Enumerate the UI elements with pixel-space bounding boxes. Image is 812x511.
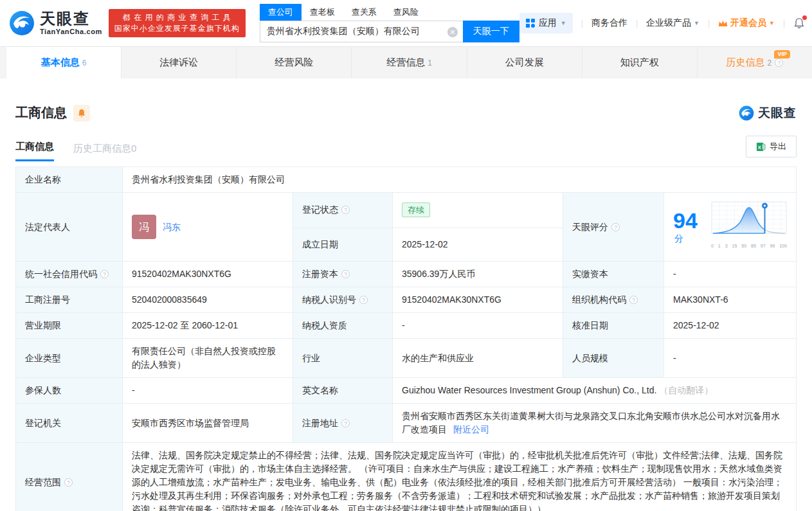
- business-info-table: 企业名称 贵州省水利投资集团（安顺）有限公司 法定代表人 冯 冯东 登记状态? …: [15, 166, 797, 511]
- menu-apps[interactable]: 应用 ▼: [519, 13, 573, 33]
- help-icon[interactable]: ?: [611, 223, 620, 231]
- field-label-text: 登记状态: [302, 204, 338, 215]
- field-label: 法定代表人: [16, 193, 123, 262]
- field-label-text: 组织机构代码: [572, 294, 626, 305]
- tab-count: 1: [428, 58, 432, 67]
- tab-history-info[interactable]: VIP 历史信息 2 ?: [698, 47, 812, 78]
- search-tab-boss[interactable]: 查老板: [302, 4, 343, 21]
- crown-icon: [718, 19, 728, 28]
- score-distribution-chart: 0131550859799100: [711, 201, 787, 253]
- taxpayer-id-value: 91520402MAK30NXT6G: [393, 287, 563, 313]
- industry-value: 水的生产和供应业: [393, 339, 563, 378]
- help-icon[interactable]: ?: [359, 296, 368, 304]
- help-icon[interactable]: ?: [341, 419, 350, 427]
- reg-capital-value: 35906.39万人民币: [393, 262, 563, 287]
- staff-size-value: -: [664, 339, 797, 378]
- field-label-text: 天眼评分: [572, 222, 608, 232]
- field-label-text: 纳税人识别号: [302, 294, 356, 305]
- score-axis-tick: 85: [751, 239, 756, 253]
- menu-enterprise-products[interactable]: 企业级产品 ▼: [646, 17, 699, 29]
- field-label: 天眼评分?: [563, 193, 664, 262]
- establish-date-value: 2025-12-02: [393, 228, 563, 261]
- reg-authority-value: 安顺市西秀区市场监督管理局: [123, 404, 293, 443]
- slogan-line1: 都 在 用 的 商 业 查 询 工 具: [114, 12, 240, 23]
- tab-company-development-label: 公司发展: [505, 57, 544, 69]
- menu-divider: |: [708, 19, 710, 28]
- legal-rep-cell: 冯 冯东: [123, 193, 293, 262]
- field-label: 纳税人资质: [293, 313, 393, 339]
- nearby-companies-link[interactable]: 附近公司: [453, 424, 489, 435]
- content-watermark: 天眼查: [739, 105, 797, 121]
- company-name-value: 贵州省水利投资集团（安顺）有限公司: [123, 167, 797, 193]
- tab-count: 2: [768, 58, 772, 67]
- tab-intellectual-property[interactable]: 知识产权: [582, 47, 698, 78]
- field-label: 英文名称: [293, 378, 393, 404]
- bell-icon: [77, 109, 86, 118]
- field-label: 登记状态?: [293, 193, 393, 228]
- tab-basic-info[interactable]: 基本信息 6: [6, 47, 122, 78]
- header-search: 查公司 查老板 查关系 查风险 ✕ 天眼一下: [260, 4, 519, 42]
- tianyancha-logo-icon: [9, 10, 35, 36]
- logo-text-en: TianYanCha.com: [40, 28, 102, 35]
- status-badge: 存续: [402, 202, 430, 217]
- search-tab-relation[interactable]: 查关系: [343, 4, 385, 21]
- subtab-history-business-info[interactable]: 历史工商信息0: [73, 143, 136, 161]
- field-label: 登记机关: [16, 404, 123, 443]
- english-name-cell: Guizhou Water Resources Investment Group…: [393, 378, 797, 404]
- tianyancha-logo-icon: [739, 105, 754, 121]
- company-nav-tabs: 基本信息 6 法律诉讼 经营风险 经营信息 1 公司发展 知识产权 VIP 历史…: [0, 46, 812, 78]
- org-code-value: MAK30NXT-6: [664, 287, 797, 313]
- notification-dot: [802, 15, 807, 20]
- tab-basic-info-label: 基本信息: [41, 57, 80, 69]
- help-icon[interactable]: ?: [629, 296, 638, 304]
- clear-search-icon[interactable]: ✕: [447, 27, 458, 37]
- table-row: 企业名称 贵州省水利投资集团（安顺）有限公司: [16, 167, 797, 193]
- search-input[interactable]: [260, 21, 463, 42]
- reg-address-cell: 贵州省安顺市西秀区东关街道黄果树大街与龙泉路交叉口东北角安顺市供水总公司水对沉备…: [393, 404, 797, 443]
- subtab-row: 工商信息 历史工商信息0 X 导出: [15, 136, 797, 161]
- menu-open-vip[interactable]: 开通会员 ▼: [718, 17, 775, 29]
- legal-rep-link[interactable]: 冯东: [163, 220, 181, 234]
- menu-open-vip-label: 开通会员: [730, 17, 766, 29]
- help-icon[interactable]: ?: [64, 478, 73, 487]
- main-content: 工商信息 天眼查 工商信息 历史工商信息0: [0, 104, 812, 511]
- tab-company-development[interactable]: 公司发展: [467, 47, 582, 78]
- tab-business-info-label: 经营信息: [386, 57, 425, 69]
- chevron-down-icon: ▼: [561, 20, 566, 26]
- field-label: 企业类型: [16, 339, 123, 378]
- help-icon[interactable]: ?: [100, 270, 109, 278]
- help-icon[interactable]: ?: [341, 270, 350, 278]
- tab-business-info[interactable]: 经营信息 1: [352, 47, 467, 78]
- export-button[interactable]: X 导出: [746, 136, 797, 157]
- paid-capital-value: -: [664, 262, 797, 287]
- table-row: 经营范围? 法律、法规、国务院决定规定禁止的不得经营；法律、法规、国务院决定规定…: [16, 443, 797, 511]
- tyc-score-cell: 94分: [664, 193, 797, 262]
- tab-operating-risk[interactable]: 经营风险: [237, 47, 352, 78]
- help-icon[interactable]: ?: [341, 206, 350, 214]
- score-axis-tick: 0: [711, 239, 714, 253]
- help-icon[interactable]: ?: [775, 58, 783, 67]
- subscribe-bell-button[interactable]: [73, 105, 90, 121]
- svg-text:X: X: [758, 144, 761, 150]
- table-row: 法定代表人 冯 冯东 登记状态? 存续 天眼评分? 94分: [16, 193, 797, 228]
- tianyancha-logo[interactable]: 天眼查 TianYanCha.com: [9, 10, 102, 36]
- score-value: 94分: [673, 209, 705, 246]
- chevron-down-icon: ▼: [694, 20, 699, 26]
- menu-divider: |: [783, 19, 785, 28]
- field-label: 营业期限: [16, 313, 123, 339]
- reg-status-cell: 存续: [393, 193, 563, 228]
- menu-cooperation[interactable]: 商务合作: [591, 17, 627, 29]
- subtab-business-info[interactable]: 工商信息: [15, 141, 54, 161]
- field-label: 工商注册号: [16, 287, 123, 313]
- search-tab-risk[interactable]: 查风险: [385, 4, 427, 21]
- tab-legal-litigation[interactable]: 法律诉讼: [122, 47, 237, 78]
- field-label: 组织机构代码?: [563, 287, 664, 313]
- table-row: 企业类型 有限责任公司（非自然人投资或控股的法人独资） 行业 水的生产和供应业 …: [16, 339, 797, 378]
- search-button[interactable]: 天眼一下: [463, 21, 519, 42]
- search-tab-company[interactable]: 查公司: [260, 4, 302, 21]
- brand-slogan: 都 在 用 的 商 业 查 询 工 具 国家中小企业发展子基金旗下机构: [109, 9, 246, 37]
- tab-count: 6: [82, 58, 87, 67]
- table-row: 营业期限 2025-12-02 至 2060-12-01 纳税人资质 - 核准日…: [16, 313, 797, 339]
- notifications-bell[interactable]: [793, 17, 805, 29]
- menu-apps-label: 应用: [539, 17, 557, 29]
